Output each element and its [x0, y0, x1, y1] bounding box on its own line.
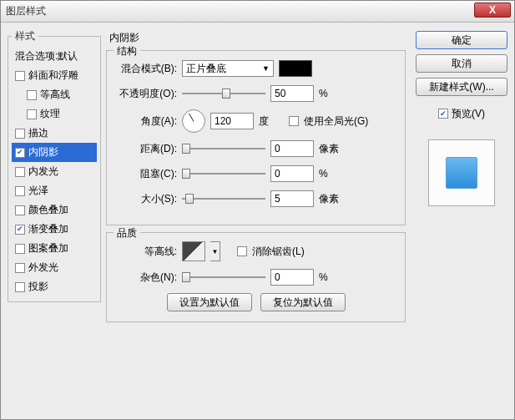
size-label: 大小(S):	[114, 192, 177, 206]
chevron-down-icon: ▼	[262, 64, 270, 73]
cancel-button[interactable]: 取消	[416, 54, 507, 73]
opacity-slider[interactable]	[182, 87, 265, 100]
style-checkbox[interactable]	[15, 244, 25, 254]
styles-items: 斜面和浮雕等高线纹理描边内阴影内发光光泽颜色叠加渐变叠加图案叠加外发光投影	[12, 66, 97, 296]
opacity-row: 不透明度(O): 50 %	[114, 84, 398, 103]
noise-row: 杂色(N): 0 %	[114, 268, 398, 286]
contour-picker[interactable]	[182, 241, 205, 261]
styles-list: 混合选项:默认	[12, 47, 97, 66]
blend-mode-row: 混合模式(B): 正片叠底 ▼	[114, 59, 398, 78]
blend-mode-select[interactable]: 正片叠底 ▼	[182, 60, 274, 77]
distance-slider[interactable]	[182, 142, 265, 155]
close-button[interactable]: X	[474, 3, 511, 18]
antialias-checkbox[interactable]	[237, 246, 247, 256]
set-default-button[interactable]: 设置为默认值	[167, 293, 252, 311]
ok-button[interactable]: 确定	[416, 31, 507, 49]
global-light-checkbox[interactable]	[289, 116, 299, 126]
right-panel: 确定 取消 新建样式(W)... 预览(V)	[411, 29, 512, 412]
preview-swatch	[446, 157, 477, 189]
quality-legend: 品质	[114, 226, 140, 240]
size-row: 大小(S): 5 像素	[114, 190, 398, 208]
style-label: 光泽	[28, 184, 48, 198]
noise-unit: %	[319, 271, 344, 283]
style-checkbox[interactable]	[15, 71, 25, 81]
choke-slider[interactable]	[182, 167, 265, 180]
color-swatch[interactable]	[279, 60, 312, 77]
style-checkbox[interactable]	[15, 205, 25, 215]
style-checkbox[interactable]	[27, 90, 37, 100]
size-unit: 像素	[319, 192, 344, 206]
opacity-input[interactable]: 50	[270, 85, 314, 102]
preview-checkbox[interactable]	[438, 109, 448, 119]
style-item[interactable]: 图案叠加	[12, 239, 97, 258]
layer-style-dialog: 图层样式 X 样式 混合选项:默认 斜面和浮雕等高线纹理描边内阴影内发光光泽颜色…	[0, 0, 515, 420]
style-item[interactable]: 内发光	[12, 162, 97, 181]
style-label: 渐变叠加	[28, 222, 68, 236]
style-label: 内发光	[28, 164, 58, 179]
preview-box	[428, 139, 495, 206]
style-label: 图案叠加	[28, 241, 68, 256]
contour-label: 等高线:	[114, 245, 177, 259]
angle-input[interactable]: 120	[210, 113, 254, 129]
structure-legend: 结构	[114, 44, 140, 58]
style-checkbox[interactable]	[27, 109, 37, 119]
reset-default-button[interactable]: 复位为默认值	[260, 293, 346, 311]
styles-fieldset: 样式 混合选项:默认 斜面和浮雕等高线纹理描边内阴影内发光光泽颜色叠加渐变叠加图…	[8, 29, 101, 302]
style-item[interactable]: 内阴影	[12, 143, 97, 162]
style-label: 颜色叠加	[28, 203, 68, 217]
style-item[interactable]: 投影	[12, 277, 97, 296]
distance-label: 距离(D):	[114, 142, 177, 156]
style-label: 等高线	[40, 88, 70, 102]
dialog-body: 样式 混合选项:默认 斜面和浮雕等高线纹理描边内阴影内发光光泽颜色叠加渐变叠加图…	[1, 23, 514, 419]
noise-slider[interactable]	[182, 271, 265, 284]
choke-label: 阻塞(C):	[114, 167, 177, 181]
style-item[interactable]: 纹理	[12, 104, 97, 124]
choke-row: 阻塞(C): 0 %	[114, 164, 398, 183]
style-item[interactable]: 渐变叠加	[12, 220, 97, 239]
size-input[interactable]: 5	[270, 190, 314, 207]
style-checkbox[interactable]	[15, 148, 25, 158]
style-label: 外发光	[28, 261, 58, 275]
angle-dial[interactable]	[182, 109, 205, 133]
distance-input[interactable]: 0	[270, 140, 314, 157]
style-item[interactable]: 斜面和浮雕	[12, 66, 97, 85]
style-checkbox[interactable]	[15, 129, 25, 139]
style-item[interactable]: 描边	[12, 124, 97, 143]
style-label: 纹理	[40, 107, 60, 121]
contour-row: 等高线: ▼ 消除锯齿(L)	[114, 241, 398, 261]
blend-options-item[interactable]: 混合选项:默认	[12, 47, 97, 66]
style-item[interactable]: 颜色叠加	[12, 200, 97, 220]
noise-input[interactable]: 0	[270, 269, 314, 286]
style-label: 投影	[28, 280, 48, 294]
window-title: 图层样式	[6, 4, 46, 18]
style-label: 斜面和浮雕	[28, 68, 78, 83]
effect-title: 内阴影	[106, 29, 406, 50]
choke-input[interactable]: 0	[270, 165, 314, 182]
angle-row: 角度(A): 120 度 使用全局光(G)	[114, 109, 398, 133]
quality-group: 品质 等高线: ▼ 消除锯齿(L) 杂色(N): 0 % 设置为默认值	[106, 232, 406, 322]
style-label: 内阴影	[28, 145, 58, 159]
style-item[interactable]: 光泽	[12, 181, 97, 200]
style-item[interactable]: 外发光	[12, 258, 97, 277]
default-buttons-row: 设置为默认值 复位为默认值	[114, 293, 398, 311]
effect-panel: 内阴影 结构 混合模式(B): 正片叠底 ▼ 不透明度(O): 50 %	[106, 29, 406, 412]
styles-panel: 样式 混合选项:默认 斜面和浮雕等高线纹理描边内阴影内发光光泽颜色叠加渐变叠加图…	[8, 29, 101, 412]
structure-group: 结构 混合模式(B): 正片叠底 ▼ 不透明度(O): 50 % 角	[106, 50, 406, 225]
style-checkbox[interactable]	[15, 282, 25, 292]
global-light-label: 使用全局光(G)	[304, 114, 368, 129]
style-checkbox[interactable]	[15, 225, 25, 235]
size-slider[interactable]	[182, 192, 265, 205]
choke-unit: %	[319, 168, 344, 180]
style-item[interactable]: 等高线	[12, 85, 97, 104]
style-checkbox[interactable]	[15, 186, 25, 196]
new-style-button[interactable]: 新建样式(W)...	[416, 78, 507, 96]
style-checkbox[interactable]	[15, 263, 25, 273]
style-checkbox[interactable]	[15, 167, 25, 177]
titlebar: 图层样式 X	[1, 1, 514, 23]
contour-dropdown[interactable]: ▼	[210, 241, 220, 261]
preview-label: 预览(V)	[452, 107, 485, 121]
antialias-label: 消除锯齿(L)	[252, 245, 305, 259]
distance-unit: 像素	[319, 142, 344, 156]
preview-toggle-row: 预览(V)	[438, 104, 485, 123]
noise-label: 杂色(N):	[114, 271, 177, 285]
